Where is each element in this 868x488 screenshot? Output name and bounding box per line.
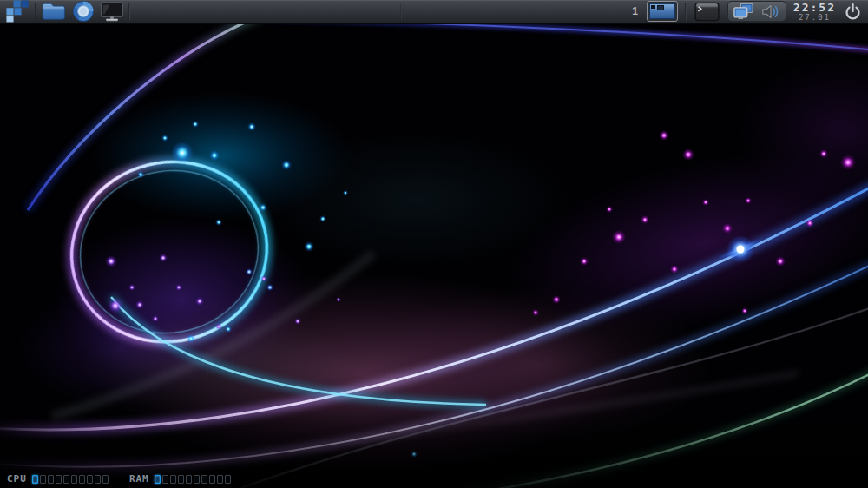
screen: 1 — [0, 0, 868, 488]
meter-cell — [48, 475, 54, 484]
folder-icon — [42, 2, 66, 21]
workspace-number: 1 — [632, 5, 640, 17]
system-tray — [727, 1, 786, 22]
meter-cell — [87, 475, 93, 484]
meter-cell — [217, 475, 223, 484]
monitor-icon — [101, 2, 123, 22]
meter-cell — [32, 475, 38, 484]
meter-cell — [102, 475, 108, 484]
panel-left-group — [5, 0, 130, 23]
start-menu-button[interactable] — [5, 0, 30, 23]
chromium-icon — [72, 0, 95, 23]
meter-cell — [71, 475, 77, 484]
power-icon — [844, 3, 862, 21]
workspace-pager[interactable] — [647, 1, 678, 22]
cpu-meter: CPU — [7, 473, 108, 485]
meter-cell — [155, 475, 161, 484]
power-button[interactable] — [843, 2, 863, 22]
meter-cell — [95, 475, 101, 484]
pager-window — [651, 5, 655, 9]
ram-meter: RAM — [129, 473, 231, 485]
meter-cell — [209, 475, 215, 484]
panel-separator — [128, 3, 130, 20]
meter-cell — [201, 475, 207, 484]
panel-right-group: 1 — [632, 1, 863, 23]
pager-window — [657, 5, 664, 10]
clock-date: 27.01 — [799, 14, 831, 22]
meter-cell — [162, 475, 168, 484]
cpu-cells — [32, 475, 108, 484]
pager-desktop-preview — [649, 3, 675, 19]
meter-cell — [79, 475, 85, 484]
ram-label: RAM — [129, 473, 149, 485]
top-panel: 1 — [0, 0, 868, 24]
wallpaper-art — [0, 0, 868, 488]
terminal-icon — [694, 2, 720, 22]
clock-time: 22:52 — [793, 2, 836, 13]
meter-cell — [178, 475, 184, 484]
network-button[interactable] — [733, 2, 755, 22]
volume-button[interactable] — [760, 3, 781, 21]
browser-button[interactable] — [71, 0, 95, 23]
panel-separator — [685, 3, 687, 20]
meter-cell — [170, 475, 176, 484]
start-menu-logo-icon — [6, 0, 30, 23]
file-manager-button[interactable] — [41, 1, 67, 22]
meter-cell — [194, 475, 200, 484]
network-icon — [733, 3, 754, 21]
terminal-button[interactable] — [694, 1, 720, 23]
cpu-label: CPU — [7, 473, 27, 485]
ram-cells — [155, 475, 231, 484]
meter-cell — [56, 475, 62, 484]
panel-separator — [35, 3, 36, 20]
meter-cell — [40, 475, 46, 484]
desktop[interactable] — [0, 0, 868, 488]
meter-cell — [186, 475, 192, 484]
display-settings-button[interactable] — [100, 1, 124, 23]
meter-cell — [225, 475, 231, 484]
system-monitors: CPU RAM — [7, 473, 231, 485]
panel-separator — [400, 3, 402, 21]
meter-cell — [63, 475, 69, 484]
clock-widget[interactable]: 22:52 27.01 — [793, 2, 836, 22]
volume-icon — [761, 3, 780, 20]
